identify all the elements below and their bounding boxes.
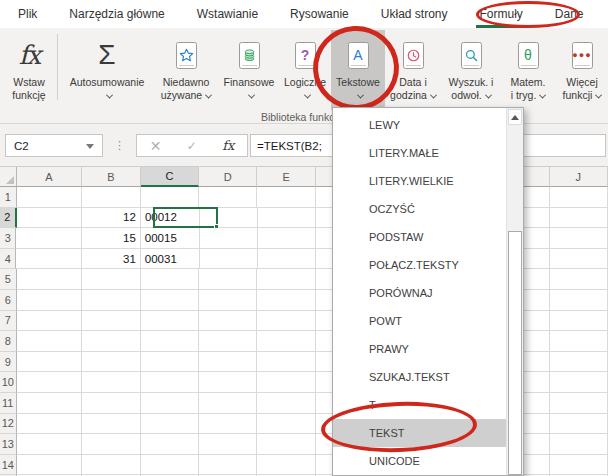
row-header-8[interactable]: 8 (0, 331, 17, 352)
cell-a9[interactable] (17, 352, 83, 373)
cell-e13[interactable] (257, 434, 315, 455)
row-header-10[interactable]: 10 (0, 372, 17, 393)
cell-c13[interactable] (141, 434, 199, 455)
cell-c9[interactable] (141, 352, 199, 373)
cell-c2[interactable]: 00012 (141, 208, 200, 229)
row-header-12[interactable]: 12 (0, 414, 17, 435)
menu-item-litery-wielkie[interactable]: LITERY.WIELKIE (333, 167, 506, 195)
cell-j6[interactable] (550, 290, 608, 311)
column-header-e[interactable]: E (257, 167, 315, 187)
cell-b6[interactable] (82, 290, 140, 311)
row-header-7[interactable]: 7 (0, 311, 17, 332)
cell-c14[interactable] (141, 455, 199, 476)
row-header-14[interactable]: 14 (0, 455, 17, 476)
cell-a3[interactable] (16, 228, 82, 249)
cancel-icon[interactable]: ✕ (150, 138, 162, 154)
row-header-9[interactable]: 9 (0, 352, 17, 373)
cell-e14[interactable] (257, 455, 315, 476)
ribbon-button-niedawno-uzywane[interactable]: Niedawnoużywane (153, 30, 219, 110)
cell-a1[interactable] (17, 187, 83, 208)
cell-c5[interactable] (141, 269, 199, 290)
cell-c7[interactable] (141, 311, 199, 332)
chevron-down-icon[interactable] (86, 144, 94, 149)
menu-item-litery-małe[interactable]: LITERY.MAŁE (333, 139, 506, 167)
cell-d3[interactable] (200, 228, 258, 249)
cell-c1[interactable] (141, 187, 199, 208)
cell-a12[interactable] (17, 414, 83, 435)
cell-b14[interactable] (82, 455, 140, 476)
cell-c6[interactable] (141, 290, 199, 311)
ribbon-button-autosumowanie[interactable]: ΣAutosumowanie (61, 30, 153, 110)
ribbon-button-matem-i-tryg[interactable]: θMatem.i tryg. (501, 30, 555, 110)
cell-b13[interactable] (82, 434, 140, 455)
cell-c3[interactable]: 00015 (141, 228, 200, 249)
column-header-c[interactable]: C (141, 167, 199, 187)
cell-d11[interactable] (199, 393, 257, 414)
enter-icon[interactable]: ✓ (187, 139, 197, 153)
row-header-5[interactable]: 5 (0, 269, 17, 290)
menu-item-lewy[interactable]: LEWY (333, 111, 506, 139)
cell-e6[interactable] (257, 290, 315, 311)
column-header-j[interactable]: J (550, 167, 608, 187)
cell-b9[interactable] (82, 352, 140, 373)
cell-b10[interactable] (82, 372, 140, 393)
cell-c10[interactable] (141, 372, 199, 393)
cell-j12[interactable] (550, 414, 608, 435)
cell-j1[interactable] (550, 187, 608, 208)
row-header-11[interactable]: 11 (0, 393, 17, 414)
cell-c12[interactable] (141, 414, 199, 435)
cell-a2[interactable] (17, 208, 83, 229)
cell-j14[interactable] (550, 455, 608, 476)
fill-handle[interactable] (214, 224, 219, 229)
cell-d8[interactable] (199, 331, 257, 352)
cell-d12[interactable] (199, 414, 257, 435)
menu-item-podstaw[interactable]: PODSTAW (333, 223, 506, 251)
cell-d14[interactable] (199, 455, 257, 476)
menu-item-unicode[interactable]: UNICODE (333, 447, 506, 475)
cell-d1[interactable] (199, 187, 257, 208)
cell-j5[interactable] (550, 269, 608, 290)
row-header-2[interactable]: 2 (0, 208, 17, 229)
cell-j3[interactable] (550, 228, 608, 249)
tab-układ-strony[interactable]: Układ strony (365, 0, 464, 28)
cell-j9[interactable] (550, 352, 608, 373)
cell-j2[interactable] (550, 208, 608, 229)
row-header-1[interactable]: 1 (0, 187, 17, 208)
tab-rysowanie[interactable]: Rysowanie (274, 0, 365, 28)
ribbon-button-wiecej-funkcji[interactable]: ●●●Więcejfunkcji (555, 30, 608, 110)
cell-d9[interactable] (199, 352, 257, 373)
cell-e12[interactable] (257, 414, 315, 435)
cell-a5[interactable] (17, 269, 83, 290)
cell-e5[interactable] (257, 269, 315, 290)
cell-b11[interactable] (82, 393, 140, 414)
cell-c4[interactable]: 00031 (141, 249, 200, 270)
cell-b3[interactable]: 15 (82, 228, 141, 249)
cell-d2[interactable] (200, 208, 258, 229)
cell-c11[interactable] (141, 393, 199, 414)
column-header-a[interactable]: A (17, 167, 83, 187)
ribbon-button-finansowe[interactable]: Finansowe (219, 30, 279, 110)
row-header-4[interactable]: 4 (0, 249, 16, 270)
select-all-corner[interactable] (0, 167, 17, 187)
scrollbar-thumb[interactable] (508, 231, 522, 475)
tab-plik[interactable]: Plik (2, 0, 53, 28)
cell-e9[interactable] (257, 352, 315, 373)
cell-j4[interactable] (550, 249, 608, 270)
ribbon-button-wyszuk-i-odwol[interactable]: Wyszuk. iodwoł. (441, 30, 501, 110)
tab-wstawianie[interactable]: Wstawianie (181, 0, 274, 28)
cell-a14[interactable] (17, 455, 83, 476)
cell-j13[interactable] (550, 434, 608, 455)
insert-function-icon[interactable]: fx (222, 138, 234, 153)
cell-c8[interactable] (141, 331, 199, 352)
cell-b5[interactable] (82, 269, 140, 290)
tab-narzędzia-główne[interactable]: Narzędzia główne (53, 0, 180, 28)
cell-b12[interactable] (82, 414, 140, 435)
cell-e1[interactable] (257, 187, 315, 208)
menu-item-prawy[interactable]: PRAWY (333, 335, 506, 363)
cell-a7[interactable] (17, 311, 83, 332)
cell-e11[interactable] (257, 393, 315, 414)
cell-j8[interactable] (550, 331, 608, 352)
row-header-3[interactable]: 3 (0, 228, 16, 249)
cell-j10[interactable] (550, 372, 608, 393)
menu-item-porównaj[interactable]: PORÓWNAJ (333, 279, 506, 307)
